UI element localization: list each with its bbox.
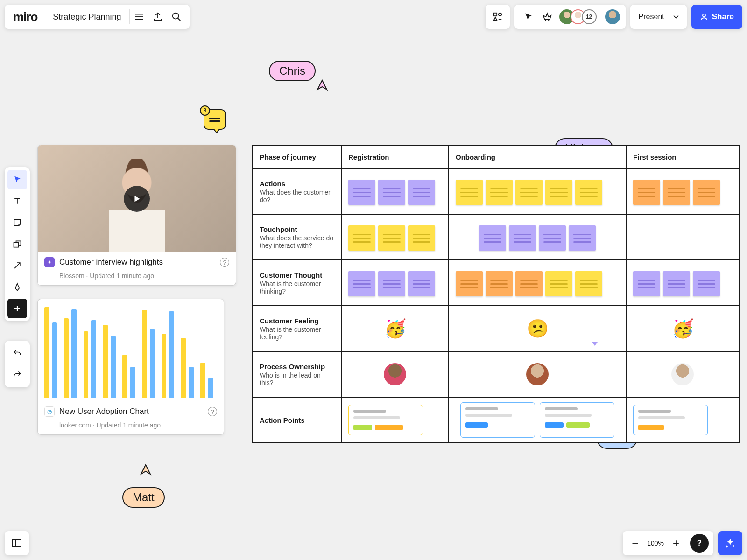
sticky-note[interactable] <box>515 271 543 296</box>
owner-avatar[interactable] <box>671 363 694 385</box>
zoom-out-button[interactable]: − <box>626 534 644 553</box>
sticky-note[interactable] <box>378 180 405 205</box>
action-card[interactable] <box>348 405 423 435</box>
sticky-note[interactable] <box>633 271 660 296</box>
info-icon[interactable]: ? <box>208 407 217 416</box>
apps-icon[interactable] <box>486 5 510 29</box>
cell[interactable] <box>627 398 739 442</box>
sticky-note[interactable] <box>479 225 506 251</box>
action-card[interactable] <box>540 402 614 438</box>
sticky-note[interactable] <box>456 180 483 205</box>
cell[interactable] <box>449 352 627 397</box>
sticky-note[interactable] <box>693 271 720 296</box>
video-thumbnail[interactable] <box>38 145 236 252</box>
sticky-note[interactable] <box>545 180 572 205</box>
cell[interactable] <box>627 215 739 259</box>
sticky-note[interactable] <box>575 180 602 205</box>
collaborator-avatars[interactable]: 12 <box>557 9 599 24</box>
sticky-note-tool[interactable] <box>7 213 27 232</box>
share-button[interactable]: Share <box>691 5 742 29</box>
feeling-emoji[interactable]: 😕 <box>456 318 619 339</box>
journey-map-table[interactable]: Phase of journey Registration Onboarding… <box>252 145 740 443</box>
cell[interactable] <box>449 398 627 442</box>
comment-thread-yellow[interactable]: 3 <box>204 109 226 130</box>
feeling-emoji[interactable]: 🥳 <box>348 318 442 339</box>
row-label: Process Ownership Who is in the lead on … <box>253 352 342 397</box>
cell[interactable] <box>342 352 449 397</box>
cell[interactable] <box>342 215 449 259</box>
owner-avatar[interactable] <box>384 363 406 385</box>
menu-icon[interactable] <box>130 7 148 26</box>
sticky-note[interactable] <box>569 225 596 251</box>
cell[interactable]: 😕 <box>449 306 627 351</box>
action-card[interactable] <box>633 405 708 435</box>
sticky-note[interactable] <box>486 180 513 205</box>
ai-assist-button[interactable] <box>718 531 742 555</box>
cell[interactable] <box>342 260 449 305</box>
sticky-note[interactable] <box>575 271 602 296</box>
sticky-note[interactable] <box>663 180 690 205</box>
sticky-note[interactable] <box>348 271 375 296</box>
cell[interactable] <box>449 169 627 214</box>
action-card[interactable] <box>460 402 535 438</box>
svg-rect-12 <box>13 539 21 547</box>
avatar-overflow-count[interactable]: 12 <box>582 9 597 24</box>
cell[interactable] <box>627 352 739 397</box>
cell[interactable]: 🥳 <box>342 306 449 351</box>
sticky-note[interactable] <box>539 225 566 251</box>
cell[interactable] <box>627 169 739 214</box>
cell[interactable] <box>342 398 449 442</box>
current-user-avatar[interactable] <box>604 8 621 25</box>
reactions-icon[interactable] <box>538 7 557 26</box>
sticky-note[interactable] <box>633 180 660 205</box>
zoom-in-button[interactable]: + <box>667 534 685 553</box>
help-button[interactable]: ? <box>690 534 709 553</box>
shape-tool[interactable] <box>7 234 27 254</box>
sticky-note[interactable] <box>663 271 690 296</box>
sticky-note[interactable] <box>408 271 435 296</box>
present-label: Present <box>639 13 664 21</box>
pen-tool[interactable] <box>7 277 27 297</box>
add-tool[interactable] <box>7 299 27 318</box>
sticky-note[interactable] <box>348 180 375 205</box>
arrow-tool[interactable] <box>7 256 27 275</box>
cell[interactable] <box>627 260 739 305</box>
sticky-note[interactable] <box>515 180 543 205</box>
sticky-note[interactable] <box>486 271 513 296</box>
app-logo[interactable]: miro <box>8 10 44 24</box>
cell[interactable] <box>449 260 627 305</box>
feeling-emoji[interactable]: 🥳 <box>633 318 732 339</box>
sticky-note[interactable] <box>408 180 435 205</box>
cell[interactable]: 🥳 <box>627 306 739 351</box>
sticky-note[interactable] <box>408 225 435 251</box>
header-first-session: First session <box>627 146 739 168</box>
svg-line-4 <box>178 18 181 21</box>
frames-panel-button[interactable] <box>5 531 29 555</box>
owner-avatar[interactable] <box>526 363 549 385</box>
upload-icon[interactable] <box>148 7 167 26</box>
present-button[interactable]: Present <box>630 5 687 29</box>
undo-button[interactable] <box>7 343 27 363</box>
chart-bar <box>103 325 108 398</box>
cell[interactable] <box>342 169 449 214</box>
text-tool[interactable] <box>7 191 27 211</box>
embed-chart-card[interactable]: ◔ New User Adoption Chart ? looker.com ·… <box>37 299 224 435</box>
sticky-note[interactable] <box>378 225 405 251</box>
cell[interactable] <box>449 215 627 259</box>
sticky-note[interactable] <box>545 271 572 296</box>
embed-video-card[interactable]: ✦ Customer interview highlights ? Blosso… <box>37 145 236 286</box>
row-label: Customer Thought What is the customer th… <box>253 260 342 305</box>
cursor-icon[interactable] <box>519 7 538 26</box>
sticky-note[interactable] <box>456 271 483 296</box>
play-icon[interactable] <box>124 186 150 212</box>
sticky-note[interactable] <box>378 271 405 296</box>
search-icon[interactable] <box>167 7 186 26</box>
redo-button[interactable] <box>7 365 27 385</box>
board-title[interactable]: Strategic Planning <box>44 12 129 22</box>
select-tool[interactable] <box>7 170 27 189</box>
info-icon[interactable]: ? <box>220 258 229 267</box>
sticky-note[interactable] <box>509 225 536 251</box>
sticky-note[interactable] <box>348 225 375 251</box>
sticky-note[interactable] <box>693 180 720 205</box>
user-label-matt: Matt <box>122 487 165 508</box>
